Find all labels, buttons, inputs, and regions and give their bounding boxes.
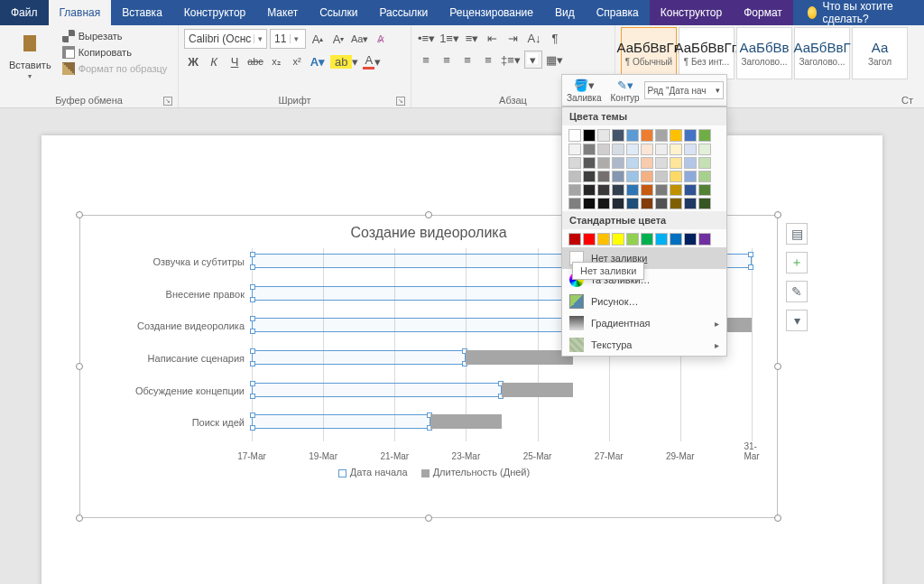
show-marks-button[interactable]: ¶ [546,29,564,47]
color-swatch[interactable] [655,233,668,246]
shading-button[interactable]: ▾ [524,51,542,69]
color-swatch[interactable] [612,184,624,196]
change-case-button[interactable]: Aa▾ [350,30,369,48]
picture-fill-item[interactable]: Рисунок… [562,291,726,312]
color-swatch[interactable] [684,157,697,169]
color-swatch[interactable] [655,171,668,182]
color-swatch[interactable] [583,233,596,246]
tab-file[interactable]: Файл [0,0,49,25]
color-swatch[interactable] [698,171,711,182]
font-color-button[interactable]: A▾ [362,52,382,70]
font-dialog-icon[interactable]: ↘ [396,97,405,106]
color-swatch[interactable] [612,157,624,169]
shrink-font-button[interactable]: A▾ [329,30,347,48]
color-swatch[interactable] [626,184,639,196]
indent-button[interactable]: ⇥ [504,29,522,47]
style-gallery[interactable]: АаБбВвГг,¶ ОбычныйАаБбВвГг,¶ Без инт...А… [621,27,908,79]
tab-references[interactable]: Ссылки [309,0,368,25]
format-painter-button[interactable]: Формат по образцу [60,61,170,76]
style-tile[interactable]: АаЗагол [852,27,908,79]
style-tile[interactable]: АаБбВвГЗаголово... [794,27,850,79]
justify-button[interactable]: ≡ [479,51,497,69]
color-swatch[interactable] [568,171,581,182]
color-swatch[interactable] [568,129,581,142]
color-swatch[interactable] [670,129,682,142]
color-swatch[interactable] [612,233,624,246]
chart-styles-button[interactable]: ✎ [786,281,808,302]
color-swatch[interactable] [655,198,668,209]
color-swatch[interactable] [684,171,697,182]
color-swatch[interactable] [568,198,581,209]
color-swatch[interactable] [670,157,682,169]
color-swatch[interactable] [655,184,668,196]
outdent-button[interactable]: ⇤ [484,29,502,47]
color-swatch[interactable] [655,144,668,155]
color-swatch[interactable] [583,157,596,169]
chart-legend[interactable]: Дата начала Длительность (Дней) [97,467,761,477]
tab-home[interactable]: Главная [49,0,112,25]
tab-insert[interactable]: Вставка [111,0,173,25]
color-swatch[interactable] [655,157,668,169]
color-swatch[interactable] [597,184,610,196]
style-tile[interactable]: АаБбВвГг,¶ Обычный [621,27,677,79]
chart-elements-button[interactable]: ＋ [786,252,808,273]
color-swatch[interactable] [641,233,653,246]
mini-outline-button[interactable]: ✎▾Контур [606,77,644,105]
color-swatch[interactable] [641,129,653,142]
color-swatch[interactable] [612,171,624,182]
color-swatch[interactable] [641,157,653,169]
color-swatch[interactable] [597,129,610,142]
tab-help[interactable]: Справка [586,0,650,25]
style-tile[interactable]: АаБбВвЗаголово... [736,27,792,79]
text-effects-button[interactable]: A▾ [309,52,327,70]
color-swatch[interactable] [583,198,596,209]
chart-filters-button[interactable]: ▾ [786,310,808,331]
color-swatch[interactable] [597,233,610,246]
align-left-button[interactable]: ≡ [417,51,435,69]
color-swatch[interactable] [641,198,653,209]
bold-button[interactable]: Ж [184,52,202,70]
color-swatch[interactable] [684,144,697,155]
color-swatch[interactable] [568,233,581,246]
color-swatch[interactable] [655,129,668,142]
tab-view[interactable]: Вид [544,0,586,25]
cut-button[interactable]: Вырезать [60,29,170,43]
color-swatch[interactable] [568,144,581,155]
texture-fill-item[interactable]: Текстура▸ [562,334,726,356]
tab-review[interactable]: Рецензирование [439,0,544,25]
color-swatch[interactable] [641,144,653,155]
underline-button[interactable]: Ч [226,52,244,70]
color-swatch[interactable] [568,184,581,196]
superscript-button[interactable]: x² [288,52,306,70]
color-swatch[interactable] [626,171,639,182]
color-swatch[interactable] [698,144,711,155]
color-swatch[interactable] [641,184,653,196]
copy-button[interactable]: Копировать [60,45,170,60]
color-swatch[interactable] [583,171,596,182]
line-spacing-button[interactable]: ‡≡▾ [500,51,522,69]
color-swatch[interactable] [670,233,682,246]
color-swatch[interactable] [626,144,639,155]
color-swatch[interactable] [670,171,682,182]
color-swatch[interactable] [626,157,639,169]
color-swatch[interactable] [568,157,581,169]
chart-bar-row[interactable]: Поиск идей [252,414,752,436]
font-name-combo[interactable]: Calibri (Оснс▾ [184,29,267,49]
color-swatch[interactable] [597,198,610,209]
color-swatch[interactable] [597,171,610,182]
color-swatch[interactable] [698,157,711,169]
color-swatch[interactable] [698,198,711,209]
color-swatch[interactable] [641,171,653,182]
color-swatch[interactable] [612,144,624,155]
align-right-button[interactable]: ≡ [458,51,476,69]
color-swatch[interactable] [597,144,610,155]
borders-button[interactable]: ▦▾ [545,51,564,69]
color-swatch[interactable] [612,198,624,209]
color-swatch[interactable] [684,129,697,142]
style-tile[interactable]: АаБбВвГг,¶ Без инт... [679,27,735,79]
color-swatch[interactable] [583,184,596,196]
strike-button[interactable]: abc [246,52,264,70]
tell-me[interactable]: Что вы хотите сделать? [797,0,924,25]
tab-mailings[interactable]: Рассылки [368,0,439,25]
color-swatch[interactable] [684,184,697,196]
